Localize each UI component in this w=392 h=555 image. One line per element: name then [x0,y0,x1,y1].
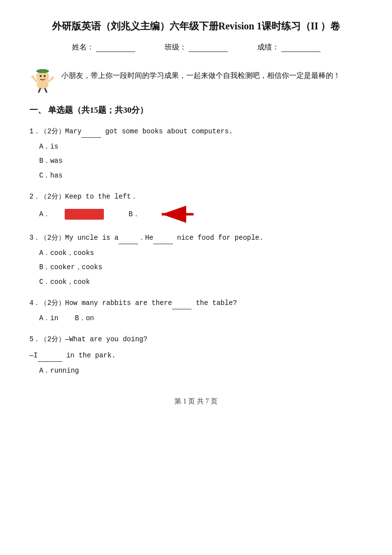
q4-text: 4．（2分）How many rabbits are there the tab… [29,296,363,309]
q1-text: 1．（2分）Mary got some books about computer… [29,125,363,138]
svg-line-9 [45,89,47,92]
class-underline [189,43,228,52]
svg-rect-3 [39,69,46,73]
q1-option-a: A．is [39,141,363,153]
q3-text: 3．（2分）My uncle is a．He nice food for peo… [29,231,363,244]
name-underline [96,43,135,52]
q2-arrow-image [154,206,198,223]
name-label: 姓名： [72,43,94,52]
mascot-svg [29,66,56,93]
footer-text: 第 1 页 共 7 页 [174,398,218,405]
q2-option-a-image [65,209,104,220]
svg-line-8 [39,89,40,92]
q2-options: A． B． [39,206,363,223]
q5-subtext: —I in the park. [29,349,363,362]
svg-point-5 [44,75,46,77]
q5-option-a: A．running [39,365,363,377]
exam-page: 外研版英语（刘兆义主编）六年级下册Revision 1课时练习（II ）卷 姓名… [0,0,392,555]
q5-text: 5．（2分）—What are you doing? [29,332,363,346]
svg-point-10 [31,76,34,78]
header-fields: 姓名： 班级： 成绩： [29,43,363,52]
mascot-image [29,66,56,93]
question-5: 5．（2分）—What are you doing? —I in the par… [29,332,363,378]
section1-title: 一、 单选题（共15题；共30分） [29,104,363,116]
score-label: 成绩： [257,43,279,52]
q3-option-a: A．cook，cooks [39,247,363,259]
q1-option-c: C．has [39,170,363,182]
q4-options: A．in B．on [39,312,363,325]
class-label: 班级： [165,43,187,52]
score-underline [281,43,320,52]
svg-point-4 [40,75,42,77]
intro-text: 小朋友，带上你一段时间的学习成果，一起来做个自我检测吧，相信你一定是最棒的！ [61,66,341,82]
question-4: 4．（2分）How many rabbits are there the tab… [29,296,363,325]
score-field: 成绩： [257,43,320,52]
page-title: 外研版英语（刘兆义主编）六年级下册Revision 1课时练习（II ）卷 [29,20,363,33]
question-2: 2．（2分）Keep to the left． A． B． [29,190,363,223]
question-3: 3．（2分）My uncle is a．He nice food for peo… [29,231,363,288]
q3-option-c: C．cook，cook [39,276,363,288]
name-field: 姓名： [72,43,135,52]
class-field: 班级： [165,43,228,52]
q1-option-b: B．was [39,155,363,167]
intro-section: 小朋友，带上你一段时间的学习成果，一起来做个自我检测吧，相信你一定是最棒的！ [29,66,363,93]
question-1: 1．（2分）Mary got some books about computer… [29,125,363,182]
page-footer: 第 1 页 共 7 页 [29,397,363,406]
q3-option-b: B．cooker，cooks [39,261,363,274]
svg-point-11 [51,76,54,79]
q2-text: 2．（2分）Keep to the left． [29,190,363,203]
